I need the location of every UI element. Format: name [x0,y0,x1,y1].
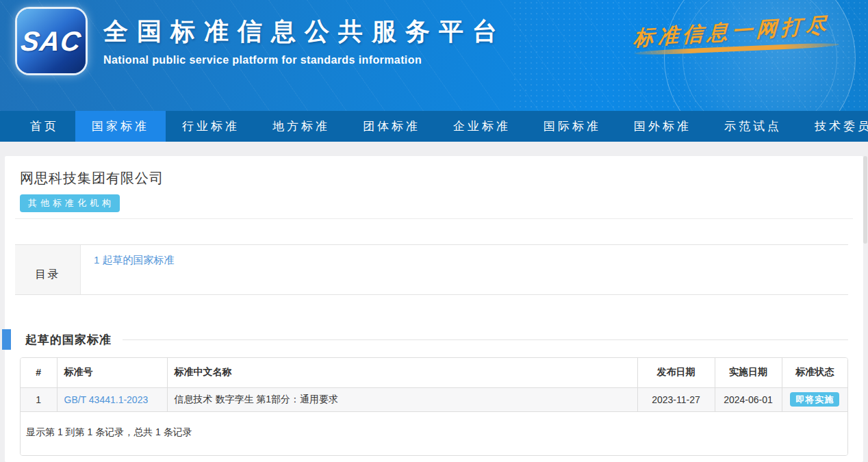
standards-table: # 标准号 标准中文名称 发布日期 实施日期 标准状态 1 GB/T 43441… [21,358,847,412]
nav-item-industry-standards[interactable]: 行业标准 [166,111,256,142]
nav-item-foreign-standards[interactable]: 国外标准 [617,111,708,142]
nav-item-local-standards[interactable]: 地方标准 [256,111,346,142]
table-row: 1 GB/T 43441.1-2023 信息技术 数字孪生 第1部分：通用要求 … [21,387,847,411]
col-header-name-cn: 标准中文名称 [167,358,637,387]
toc-label: 目录 [15,245,81,294]
toc-section: 目录 1 起草的国家标准 [15,244,848,295]
sac-logo-text: SAC [19,26,84,57]
nav-item-international-standards[interactable]: 国际标准 [527,111,617,142]
content-card: 网思科技集团有限公司 其他标准化机构 目录 1 起草的国家标准 起草的国家标准 … [5,156,863,462]
main-nav: 首页 国家标准 行业标准 地方标准 团体标准 企业标准 国际标准 国外标准 示范… [0,111,868,142]
nav-item-home[interactable]: 首页 [14,111,75,142]
nav-item-pilot-demo[interactable]: 示范试点 [708,111,798,142]
nav-item-technical-committee[interactable]: 技术委员会 [798,111,868,142]
site-header: SAC 全国标准信息公共服务平台 National public service… [0,0,868,111]
cell-index: 1 [21,387,57,411]
vertical-scrollbar-thumb[interactable] [863,156,867,244]
nav-item-enterprise-standards[interactable]: 企业标准 [437,111,527,142]
company-header: 网思科技集团有限公司 其他标准化机构 [15,169,853,219]
toc-body: 1 起草的国家标准 [81,245,848,294]
site-subtitle: National public service platform for sta… [103,54,506,66]
toc-link-drafted-standards[interactable]: 1 起草的国家标准 [94,254,175,266]
org-type-badge: 其他标准化机构 [20,194,120,212]
cell-standard-no: GB/T 43441.1-2023 [57,387,167,411]
col-header-publish-date: 发布日期 [637,358,715,387]
site-title: 全国标准信息公共服务平台 [103,15,506,49]
section-divider-line [123,339,848,340]
nav-item-group-standards[interactable]: 团体标准 [346,111,437,142]
sac-logo: SAC [17,9,86,73]
col-header-status: 标准状态 [782,358,847,387]
standards-table-container: # 标准号 标准中文名称 发布日期 实施日期 标准状态 1 GB/T 43441… [20,357,848,456]
table-header-row: # 标准号 标准中文名称 发布日期 实施日期 标准状态 [21,358,847,387]
cell-implement-date: 2024-06-01 [715,387,782,411]
cell-status: 即将实施 [782,387,847,411]
section-header: 起草的国家标准 [20,329,848,350]
cell-name-cn: 信息技术 数字孪生 第1部分：通用要求 [167,387,637,411]
company-name: 网思科技集团有限公司 [20,169,853,188]
col-header-standard-no: 标准号 [57,358,167,387]
col-header-implement-date: 实施日期 [715,358,782,387]
section-title: 起草的国家标准 [25,332,112,348]
status-badge: 即将实施 [790,392,839,407]
nav-item-national-standards[interactable]: 国家标准 [75,111,166,142]
col-header-index: # [21,358,57,387]
standard-no-link[interactable]: GB/T 43441.1-2023 [64,394,149,405]
cell-publish-date: 2023-11-27 [637,387,715,411]
records-summary: 显示第 1 到第 1 条记录，总共 1 条记录 [21,412,847,455]
section-marker [2,329,11,350]
